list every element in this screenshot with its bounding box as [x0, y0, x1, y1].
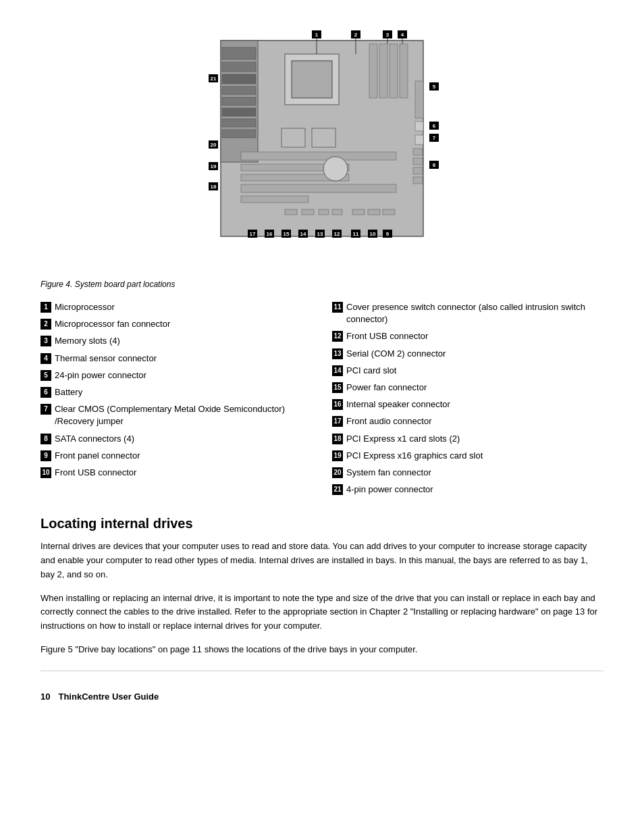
part-item-11: 11Cover presence switch connector (also … [332, 301, 603, 325]
svg-rect-31 [285, 209, 297, 215]
part-text-2: Microprocessor fan connector [55, 318, 312, 330]
svg-rect-26 [241, 184, 396, 192]
svg-rect-36 [368, 209, 380, 215]
part-badge-3: 3 [41, 336, 51, 346]
part-text-12: Front USB connector [346, 330, 603, 342]
part-item-21: 214-pin power connector [332, 484, 603, 496]
part-badge-6: 6 [41, 387, 51, 398]
part-badge-12: 12 [332, 331, 343, 342]
part-text-20: System fan connector [346, 467, 603, 479]
part-item-15: 15Power fan connector [332, 382, 603, 394]
svg-text:5: 5 [433, 84, 436, 90]
part-text-21: 4-pin power connector [346, 484, 603, 496]
part-text-9: Front panel connector [55, 450, 312, 462]
svg-text:1: 1 [315, 32, 319, 38]
part-item-12: 12Front USB connector [332, 330, 603, 342]
part-badge-7: 7 [41, 404, 51, 415]
svg-rect-29 [281, 128, 305, 147]
parts-list-right: 11Cover presence switch connector (also … [332, 301, 603, 496]
section-para-1: Internal drives are devices that your co… [41, 540, 603, 581]
svg-text:15: 15 [284, 231, 290, 237]
svg-rect-23 [241, 152, 396, 160]
section-heading: Locating internal drives [41, 516, 603, 531]
part-item-5: 524-pin power connector [41, 369, 312, 382]
part-text-1: Microprocessor [55, 301, 312, 313]
diagram-container: 1 2 3 4 5 6 7 8 9 10 [41, 27, 603, 270]
part-badge-15: 15 [332, 382, 343, 393]
part-badge-21: 21 [332, 484, 343, 495]
svg-rect-9 [222, 130, 256, 138]
part-item-8: 8SATA connectors (4) [41, 433, 312, 445]
svg-rect-19 [413, 149, 423, 155]
part-text-13: Serial (COM 2) connector [346, 348, 603, 360]
svg-text:3: 3 [386, 32, 390, 38]
svg-text:11: 11 [353, 231, 359, 237]
svg-text:12: 12 [334, 231, 340, 237]
svg-rect-17 [415, 122, 423, 131]
part-text-4: Thermal sensor connector [55, 353, 312, 365]
svg-rect-4 [222, 74, 256, 84]
part-item-9: 9Front panel connector [41, 450, 312, 462]
part-item-19: 19PCI Express x16 graphics card slot [332, 450, 603, 462]
part-text-16: Internal speaker connector [346, 398, 603, 411]
part-item-13: 13Serial (COM 2) connector [332, 348, 603, 360]
part-item-14: 14PCI card slot [332, 365, 603, 377]
parts-list-left: 1Microprocessor2Microprocessor fan conne… [41, 301, 312, 496]
svg-rect-12 [369, 44, 377, 98]
part-badge-18: 18 [332, 434, 343, 444]
part-text-11: Cover presence switch connector (also ca… [346, 301, 603, 325]
svg-rect-7 [222, 108, 256, 116]
section-para-2: When installing or replacing an internal… [41, 592, 603, 633]
svg-text:9: 9 [386, 231, 390, 237]
page-footer: 10 ThinkCentre User Guide [41, 692, 603, 702]
svg-text:6: 6 [433, 123, 436, 129]
part-item-16: 16Internal speaker connector [332, 398, 603, 411]
svg-text:18: 18 [211, 184, 217, 190]
svg-text:14: 14 [300, 231, 306, 237]
part-badge-5: 5 [41, 370, 51, 381]
part-item-17: 17Front audio connector [332, 415, 603, 427]
part-item-10: 10Front USB connector [41, 467, 312, 479]
svg-text:20: 20 [211, 142, 217, 148]
part-badge-16: 16 [332, 399, 343, 410]
svg-rect-32 [302, 209, 314, 215]
svg-rect-27 [241, 196, 308, 203]
part-item-3: 3Memory slots (4) [41, 335, 312, 347]
svg-rect-14 [390, 44, 398, 98]
board-svg: 1 2 3 4 5 6 7 8 9 10 [180, 27, 464, 270]
part-text-19: PCI Express x16 graphics card slot [346, 450, 603, 462]
part-text-17: Front audio connector [346, 415, 603, 427]
part-text-7: Clear CMOS (Complementary Metal Oxide Se… [55, 403, 312, 427]
page-label: ThinkCentre User Guide [58, 692, 159, 702]
part-badge-17: 17 [332, 416, 343, 427]
svg-rect-30 [312, 128, 336, 147]
part-item-7: 7Clear CMOS (Complementary Metal Oxide S… [41, 403, 312, 427]
svg-rect-2 [222, 47, 256, 59]
svg-text:21: 21 [211, 76, 217, 82]
board-diagram: 1 2 3 4 5 6 7 8 9 10 [180, 27, 464, 270]
part-text-14: PCI card slot [346, 365, 603, 377]
svg-rect-6 [222, 97, 256, 105]
part-text-6: Battery [55, 386, 312, 398]
part-badge-1: 1 [41, 302, 51, 313]
part-text-8: SATA connectors (4) [55, 433, 312, 445]
part-text-5: 24-pin power connector [55, 369, 312, 382]
svg-text:16: 16 [267, 231, 273, 237]
svg-rect-33 [319, 209, 329, 215]
svg-rect-34 [332, 209, 342, 215]
part-text-15: Power fan connector [346, 382, 603, 394]
svg-rect-22 [413, 177, 423, 184]
part-item-2: 2Microprocessor fan connector [41, 318, 312, 330]
part-badge-4: 4 [41, 353, 51, 364]
svg-text:17: 17 [250, 231, 256, 237]
part-text-10: Front USB connector [55, 467, 312, 479]
part-item-6: 6Battery [41, 386, 312, 398]
svg-text:19: 19 [211, 163, 217, 170]
part-item-4: 4Thermal sensor connector [41, 353, 312, 365]
svg-rect-16 [415, 81, 423, 118]
svg-rect-35 [352, 209, 365, 215]
svg-rect-13 [379, 44, 387, 98]
svg-text:8: 8 [433, 162, 436, 168]
svg-rect-20 [413, 158, 423, 165]
figure-caption: Figure 4. System board part locations [41, 280, 603, 289]
